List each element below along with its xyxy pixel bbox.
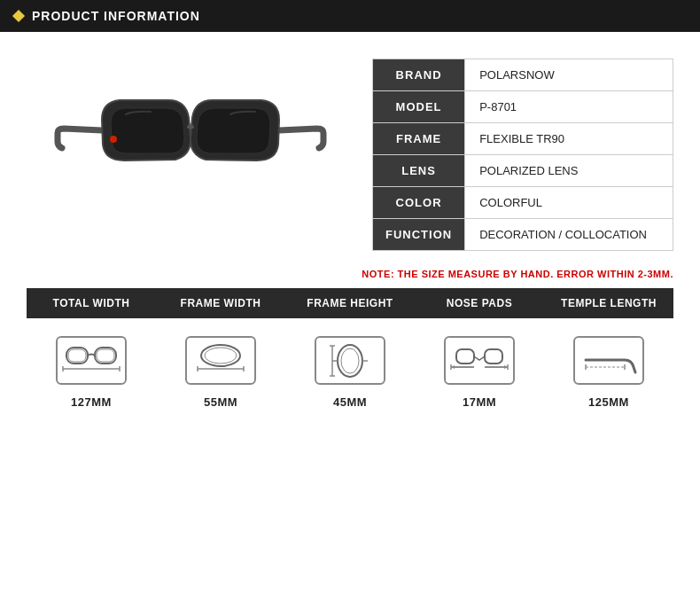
svg-point-14	[341, 348, 359, 373]
meas-item-total-width: 127MM	[27, 336, 156, 409]
main-content: BRAND POLARSNOW MODEL P-8701 FRAME FLEXI…	[0, 32, 700, 269]
nose-pads-value: 17MM	[463, 395, 496, 409]
meas-item-temple-length: 125MM	[544, 336, 673, 409]
glasses-svg	[53, 84, 328, 226]
svg-rect-3	[95, 348, 116, 364]
meas-header-frame-height: FRAME HEIGHT	[285, 297, 415, 309]
info-table: BRAND POLARSNOW MODEL P-8701 FRAME FLEXI…	[372, 59, 673, 251]
lens-label: LENS	[373, 155, 465, 187]
table-row: MODEL P-8701	[373, 91, 673, 123]
temple-length-icon	[573, 336, 644, 385]
color-value: COLORFUL	[465, 187, 673, 219]
brand-label: BRAND	[373, 59, 465, 91]
meas-item-frame-width: 55MM	[156, 336, 285, 409]
frame-height-icon	[315, 336, 385, 385]
color-label: COLOR	[373, 187, 465, 219]
measurements-row: 127MM 55MM	[27, 318, 673, 418]
meas-header-nose-pads: NOSE PADS	[415, 297, 544, 309]
frame-width-icon	[185, 336, 256, 385]
measurements-header: TOTAL WIDTH FRAME WIDTH FRAME HEIGHT NOS…	[27, 288, 673, 318]
product-info: BRAND POLARSNOW MODEL P-8701 FRAME FLEXI…	[372, 59, 673, 251]
meas-header-total-width: TOTAL WIDTH	[27, 297, 156, 309]
meas-item-frame-height: 45MM	[285, 336, 415, 409]
svg-rect-4	[97, 349, 114, 362]
diamond-icon	[12, 10, 25, 22]
function-label: FUNCTION	[373, 219, 465, 251]
svg-rect-1	[66, 348, 88, 364]
table-row: FUNCTION DECORATION / COLLOCATION	[373, 219, 673, 251]
svg-rect-21	[485, 349, 502, 364]
meas-header-frame-width: FRAME WIDTH	[156, 297, 285, 309]
meas-header-temple-length: TEMPLE LENGTH	[544, 297, 673, 309]
svg-point-0	[110, 136, 117, 143]
bottom-section: NOTE: THE SIZE MEASURE BY HAND. ERROR WI…	[0, 269, 700, 435]
svg-point-8	[201, 345, 240, 366]
total-width-value: 127MM	[71, 395, 112, 409]
frame-height-value: 45MM	[333, 395, 367, 409]
frame-value: FLEXIBLE TR90	[465, 123, 673, 155]
brand-value: POLARSNOW	[465, 59, 673, 91]
temple-length-value: 125MM	[588, 395, 629, 409]
product-image-area	[27, 59, 354, 251]
page-header: PRODUCT INFORMATION	[0, 0, 700, 32]
function-value: DECORATION / COLLOCATION	[465, 219, 673, 251]
svg-rect-20	[456, 349, 474, 364]
page-title: PRODUCT INFORMATION	[32, 9, 200, 23]
table-row: COLOR COLORFUL	[373, 187, 673, 219]
table-row: BRAND POLARSNOW	[373, 59, 673, 91]
svg-point-9	[205, 348, 237, 364]
meas-item-nose-pads: 17MM	[415, 336, 544, 409]
table-row: LENS POLARIZED LENS	[373, 155, 673, 187]
nose-pads-icon	[444, 336, 515, 385]
lens-value: POLARIZED LENS	[465, 155, 673, 187]
frame-width-value: 55MM	[204, 395, 237, 409]
product-image	[49, 75, 332, 235]
model-label: MODEL	[373, 91, 465, 123]
total-width-icon	[56, 336, 127, 385]
table-row: FRAME FLEXIBLE TR90	[373, 123, 673, 155]
model-value: P-8701	[465, 91, 673, 123]
svg-rect-2	[68, 349, 86, 362]
frame-label: FRAME	[373, 123, 465, 155]
note-text: NOTE: THE SIZE MEASURE BY HAND. ERROR WI…	[27, 269, 673, 279]
